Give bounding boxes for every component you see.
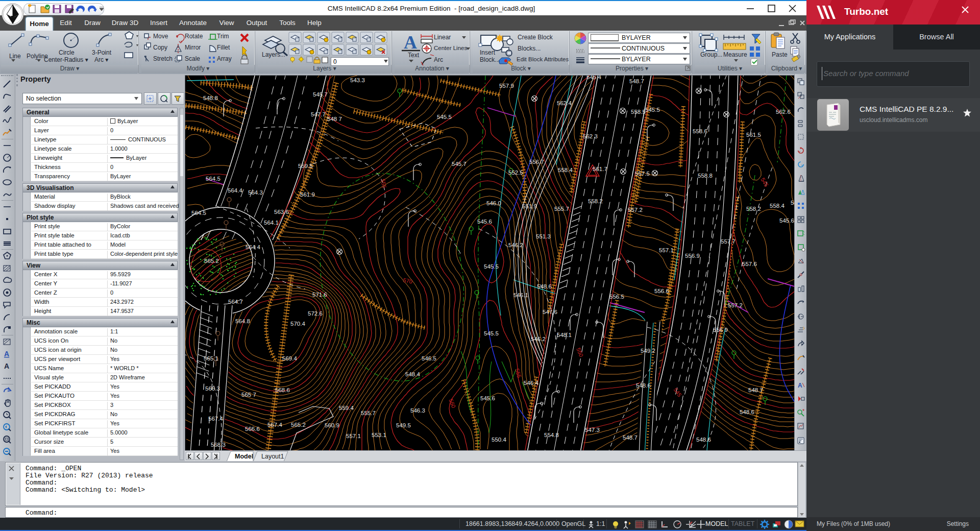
svg-text:556 9: 556 9	[713, 327, 728, 333]
svg-text:555.7: 555.7	[361, 410, 376, 416]
svg-text:562.6: 562.6	[776, 109, 791, 115]
svg-text:555.7: 555.7	[554, 206, 569, 212]
svg-text:564.3: 564.3	[248, 189, 263, 196]
svg-text:551.9: 551.9	[522, 203, 537, 209]
svg-text:564.8: 564.8	[235, 318, 250, 324]
svg-text:551.3: 551.3	[536, 233, 551, 239]
svg-text:564.7: 564.7	[228, 299, 243, 305]
svg-text:545.5: 545.5	[437, 114, 452, 120]
svg-text:548.1: 548.1	[557, 332, 572, 338]
svg-text:545.7: 545.7	[452, 161, 467, 167]
svg-text:557.9: 557.9	[499, 83, 514, 89]
svg-text:546.4: 546.4	[524, 380, 538, 386]
svg-text:A: A	[4, 350, 9, 358]
svg-text:558.8: 558.8	[698, 173, 713, 179]
svg-text:558.2: 558.2	[746, 206, 761, 212]
svg-text:548.6: 548.6	[740, 409, 754, 415]
svg-text:A: A	[404, 32, 417, 53]
svg-text:546.2: 546.2	[508, 242, 523, 248]
svg-text:556.5: 556.5	[609, 294, 624, 300]
svg-text:558.6: 558.6	[693, 128, 707, 134]
svg-text:547.6: 547.6	[543, 309, 557, 315]
svg-text:558.4: 558.4	[770, 203, 785, 209]
svg-text:566.6: 566.6	[245, 426, 260, 432]
svg-text:559.4: 559.4	[339, 405, 354, 411]
svg-text:564.1: 564.1	[264, 220, 279, 226]
svg-text:554.8: 554.8	[544, 432, 559, 438]
svg-text:546.2: 546.2	[531, 336, 546, 342]
svg-text:564.4: 564.4	[228, 187, 242, 194]
svg-text:545.6: 545.6	[477, 219, 492, 225]
svg-text:558.2: 558.2	[588, 198, 603, 204]
svg-text:562 3: 562 3	[583, 133, 598, 139]
svg-text:543.3: 543.3	[350, 77, 365, 83]
svg-text:545.6: 545.6	[779, 218, 794, 224]
svg-text:547.3: 547.3	[585, 427, 600, 433]
svg-text:564 4: 564 4	[246, 244, 260, 250]
svg-text:557.6: 557.6	[742, 261, 757, 267]
svg-text:548.7: 548.7	[748, 387, 763, 393]
svg-text:566.3: 566.3	[205, 385, 220, 392]
svg-text:568.3: 568.3	[211, 442, 226, 448]
svg-text:561.5: 561.5	[746, 132, 761, 138]
svg-text:545.5: 545.5	[645, 107, 660, 113]
svg-text:563.6: 563.6	[274, 209, 289, 215]
svg-text:545.7: 545.7	[313, 91, 328, 98]
svg-text:557.2: 557.2	[628, 207, 643, 213]
svg-text:548.8: 548.8	[203, 95, 218, 101]
svg-text:565.2: 565.2	[204, 258, 219, 264]
svg-text:567.4: 567.4	[267, 422, 282, 428]
svg-text:548.7: 548.7	[623, 435, 638, 441]
svg-text:545 4: 545 4	[586, 76, 601, 80]
svg-text:549.2: 549.2	[641, 348, 655, 354]
svg-text:553.1: 553.1	[372, 432, 386, 438]
svg-text:552.5: 552.5	[508, 170, 523, 176]
svg-text:561.7: 561.7	[593, 166, 607, 172]
svg-text:567.4: 567.4	[208, 416, 223, 422]
svg-text:565.2: 565.2	[291, 422, 306, 428]
svg-text:565.1: 565.1	[204, 355, 218, 361]
svg-text:547.7: 547.7	[311, 111, 326, 117]
svg-text:564.5: 564.5	[206, 176, 220, 182]
svg-text:546.3: 546.3	[410, 407, 425, 414]
svg-text:556.7: 556.7	[529, 159, 544, 165]
svg-text:571.6: 571.6	[312, 292, 327, 298]
svg-text:565 7: 565 7	[241, 392, 256, 398]
svg-text:546.0: 546.0	[486, 200, 501, 206]
svg-text:548.6: 548.6	[636, 382, 651, 389]
svg-text:548.7: 548.7	[629, 78, 644, 84]
svg-text:557.2: 557.2	[728, 302, 743, 308]
svg-text:557.1: 557.1	[659, 247, 674, 253]
svg-text:568.6: 568.6	[275, 387, 290, 393]
svg-text:545.6: 545.6	[480, 395, 495, 401]
svg-text:545.5: 545.5	[484, 263, 499, 270]
svg-text:549.5: 549.5	[396, 422, 411, 428]
svg-text:548.4: 548.4	[405, 371, 420, 377]
svg-text:557.7: 557.7	[721, 238, 736, 245]
svg-text:548.6: 548.6	[696, 437, 711, 443]
svg-text:A: A	[798, 382, 802, 389]
svg-text:Model: Model	[235, 453, 253, 460]
svg-text:556.9: 556.9	[685, 253, 700, 259]
svg-text:558.5: 558.5	[631, 109, 646, 115]
svg-text:559.5: 559.5	[298, 163, 313, 169]
svg-text:546.5: 546.5	[422, 355, 436, 361]
svg-text:569.4: 569.4	[282, 355, 297, 361]
svg-text:562.4: 562.4	[557, 100, 572, 106]
svg-text:556.6: 556.6	[654, 288, 669, 294]
svg-text:557.1: 557.1	[346, 433, 361, 439]
svg-text:548.6: 548.6	[537, 283, 552, 289]
svg-text:560.9: 560.9	[325, 422, 339, 428]
svg-text:A: A	[4, 362, 9, 370]
svg-text:561.9: 561.9	[300, 191, 315, 198]
svg-text:546.1: 546.1	[513, 292, 528, 298]
svg-text:570.4: 570.4	[290, 321, 305, 327]
svg-text:557.5: 557.5	[635, 171, 650, 177]
svg-text:558.4: 558.4	[558, 167, 573, 173]
svg-text:564.5: 564.5	[191, 210, 206, 216]
svg-text:548 7: 548 7	[327, 116, 342, 122]
svg-text:Layout1: Layout1	[261, 453, 284, 460]
svg-text:550.4: 550.4	[492, 437, 506, 443]
svg-text:572.6: 572.6	[308, 310, 323, 317]
svg-text:545.5: 545.5	[484, 330, 499, 336]
